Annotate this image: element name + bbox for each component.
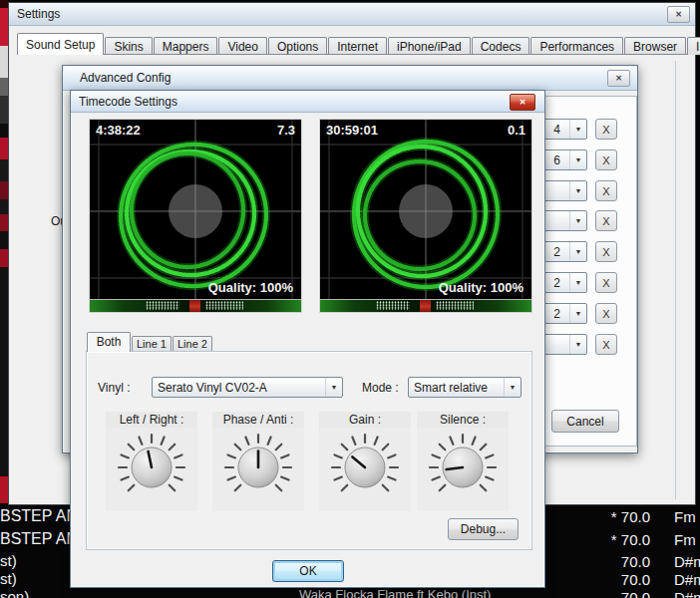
timecode-groupbox: Vinyl : Serato Vinyl CV02-A ▼ Mode : Sma…	[86, 351, 532, 550]
mode-select-value: Smart relative	[409, 381, 504, 395]
mode-select[interactable]: Smart relative ▼	[408, 377, 522, 398]
remove-input-button[interactable]: X	[595, 303, 617, 324]
tab-options[interactable]: Options	[268, 37, 327, 55]
remove-input-button[interactable]: X	[595, 241, 617, 262]
tab-codecs[interactable]: Codecs	[472, 37, 530, 55]
chevron-down-icon: ▼	[569, 273, 586, 292]
knob-silence[interactable]: Silence :	[417, 412, 509, 511]
timecode-settings-dialog: Timecode Settings ✕ 4:38:227.3Quality: 1…	[70, 90, 545, 588]
tab-skins[interactable]: Skins	[105, 37, 152, 55]
chevron-down-icon: ▼	[504, 378, 521, 397]
vinyl-select[interactable]: Serato Vinyl CV02-A ▼	[152, 377, 343, 398]
track-name-fragment[interactable]: BSTEP AN	[0, 507, 70, 525]
track-bpm-value[interactable]: 70.0	[556, 589, 650, 598]
remove-input-button[interactable]: X	[595, 272, 617, 293]
track-bpm-value[interactable]: * 70.0	[556, 531, 650, 548]
track-name-fragment[interactable]: son)	[0, 588, 70, 598]
chevron-down-icon: ▼	[569, 242, 586, 261]
panel-divider-line	[675, 61, 676, 499]
track-name-fragment[interactable]: BSTEP AN	[0, 530, 70, 548]
tab-mappers[interactable]: Mappers	[154, 37, 218, 55]
knob-gain[interactable]: Gain :	[319, 412, 411, 511]
knob-label: Phase / Anti :	[212, 412, 304, 428]
remove-input-button[interactable]: X	[595, 334, 617, 355]
timecode-titlebar: Timecode Settings ✕	[71, 91, 544, 113]
tab-browser[interactable]: Browser	[624, 37, 686, 55]
ok-button[interactable]: OK	[272, 560, 344, 582]
remove-input-button[interactable]: X	[595, 210, 617, 231]
track-key-value[interactable]: Fm	[674, 508, 700, 525]
mode-label: Mode :	[362, 381, 399, 395]
tab-both[interactable]: Both	[87, 332, 131, 352]
timecode-scope-display: 4:38:227.3Quality: 100%	[89, 119, 302, 313]
chevron-down-icon: ▼	[569, 335, 586, 354]
knob-label: Gain :	[319, 412, 411, 428]
settings-close-icon[interactable]: ✕	[667, 6, 690, 23]
advanced-config-title: Advanced Config	[80, 71, 171, 85]
scope-quality-value: Quality: 100%	[208, 280, 293, 295]
tab-info[interactable]: Info	[687, 37, 700, 55]
cancel-button[interactable]: Cancel	[551, 410, 619, 433]
track-key-value[interactable]: D#m	[674, 553, 700, 570]
track-bpm-value[interactable]: 70.0	[556, 553, 650, 570]
dj-app-left-edge	[0, 0, 8, 503]
advanced-config-titlebar: Advanced Config ✕	[63, 66, 637, 91]
settings-title: Settings	[17, 7, 60, 21]
scope-time-value: 4:38:22	[96, 123, 141, 138]
track-bpm-value[interactable]: 70.0	[556, 571, 650, 588]
tab-page-top-border	[17, 54, 687, 55]
knob-label: Left / Right :	[106, 412, 197, 428]
chevron-down-icon: ▼	[569, 181, 586, 200]
timecode-title: Timecode Settings	[79, 95, 177, 109]
tab-sound-setup[interactable]: Sound Setup	[17, 33, 104, 55]
settings-tab-strip: Sound SetupSkinsMappersVideoOptionsInter…	[17, 32, 687, 55]
virtualdj-settings-screen: BSTEP ANBSTEP ANst)st)son)* 70.0Fm* 70.0…	[0, 0, 700, 598]
vinyl-select-value: Serato Vinyl CV02-A	[153, 381, 325, 395]
track-title-partial[interactable]: Waka Flocka Flame ft Kebo (Inst)	[299, 587, 560, 598]
timecode-waveform-strip	[90, 299, 301, 312]
scope-pitch-value: 0.1	[508, 123, 525, 138]
remove-input-button[interactable]: X	[595, 180, 617, 201]
scope-time-value: 30:59:01	[326, 123, 378, 138]
debug-button[interactable]: Debug...	[448, 518, 519, 540]
timecode-waveform-strip	[320, 299, 531, 312]
tab-line-1[interactable]: Line 1	[132, 336, 172, 352]
advanced-config-close-icon[interactable]: ✕	[607, 70, 630, 87]
vinyl-label: Vinyl :	[98, 381, 130, 395]
knob-label: Silence :	[417, 412, 509, 428]
chevron-down-icon: ▼	[569, 211, 586, 230]
track-key-value[interactable]: D#m	[674, 589, 700, 598]
remove-input-button[interactable]: X	[595, 119, 617, 140]
tab-internet[interactable]: Internet	[328, 37, 387, 55]
waveform-marker	[420, 300, 431, 312]
knob-phase-anti[interactable]: Phase / Anti :	[212, 412, 304, 511]
track-name-fragment[interactable]: st)	[0, 552, 70, 569]
chevron-down-icon: ▼	[569, 304, 586, 323]
scope-quality-value: Quality: 100%	[439, 280, 524, 295]
timecode-scope-display: 30:59:010.1Quality: 100%	[319, 119, 532, 313]
waveform-marker	[189, 300, 200, 312]
tab-video[interactable]: Video	[218, 37, 266, 55]
tab-line-2[interactable]: Line 2	[173, 336, 212, 352]
tab-iphone-ipad[interactable]: iPhone/iPad	[388, 37, 471, 55]
track-bpm-value[interactable]: * 70.0	[556, 508, 650, 525]
track-name-fragment[interactable]: st)	[0, 570, 70, 587]
settings-titlebar: Settings ✕	[9, 3, 695, 26]
remove-input-button[interactable]: X	[595, 150, 617, 170]
timecode-close-icon[interactable]: ✕	[510, 94, 535, 111]
chevron-down-icon: ▼	[569, 150, 586, 169]
tab-performances[interactable]: Performances	[530, 37, 623, 55]
knob-left-right[interactable]: Left / Right :	[106, 412, 197, 511]
chevron-down-icon: ▼	[569, 120, 586, 139]
track-key-value[interactable]: Fm	[674, 531, 700, 548]
scope-pitch-value: 7.3	[277, 123, 295, 138]
track-key-value[interactable]: D#m	[674, 571, 700, 588]
chevron-down-icon: ▼	[325, 378, 342, 397]
